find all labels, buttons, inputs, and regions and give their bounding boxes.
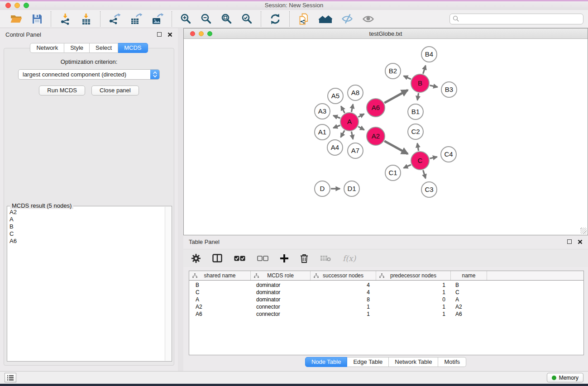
column-header-mcds-role[interactable]: MCDS role <box>251 271 311 280</box>
column-label: shared name <box>204 272 235 279</box>
mcds-result-item[interactable]: A <box>10 216 163 223</box>
tab-select[interactable]: Select <box>90 43 118 53</box>
add-column-button[interactable] <box>280 254 288 262</box>
search-field[interactable] <box>449 14 583 24</box>
column-label: successor nodes <box>323 272 363 279</box>
zoom-in-button[interactable] <box>177 12 194 25</box>
network-window-title: testGlobe.txt <box>184 30 588 37</box>
window-resize-grip-icon[interactable] <box>580 228 587 234</box>
memory-button[interactable]: Memory <box>547 373 583 382</box>
save-session-button[interactable] <box>29 13 45 25</box>
export-table-button[interactable] <box>127 12 145 26</box>
graph-edge-B-B4[interactable] <box>423 66 426 74</box>
table-cell: 1 <box>376 282 451 288</box>
checked-boxes-icon <box>234 256 245 261</box>
close-panel-button[interactable]: Close panel <box>91 86 139 95</box>
table-cell: A6 <box>451 311 487 317</box>
zoom-out-button[interactable] <box>198 12 215 25</box>
table-row[interactable]: A2connector11A2 <box>189 303 583 310</box>
import-table-button[interactable] <box>77 12 95 26</box>
search-input[interactable] <box>459 16 580 22</box>
table-cell: B <box>189 282 251 288</box>
table-settings-button[interactable] <box>191 254 201 263</box>
graph-edge-A-A5[interactable] <box>341 106 344 113</box>
mcds-result-item[interactable]: A2 <box>10 209 163 216</box>
graph-edge-C-C4[interactable] <box>430 157 437 159</box>
zoom-out-icon <box>201 13 212 24</box>
network-canvas[interactable]: B4B2BB3A5A8A6A3B1AA1C2A2A4A7CC4C1C3DD1 <box>184 39 588 235</box>
attribute-tree-icon <box>379 273 384 278</box>
table-cell: 8 <box>311 296 376 303</box>
run-mcds-button[interactable]: Run MCDS <box>39 86 85 95</box>
float-table-panel-icon[interactable] <box>567 239 572 244</box>
delete-column-button[interactable] <box>300 254 308 263</box>
duplicate-network-button[interactable] <box>295 12 312 26</box>
graph-edge-B-B2[interactable] <box>404 76 411 79</box>
table-row[interactable]: A6connector11A6 <box>189 310 583 318</box>
zoom-selected-button[interactable] <box>239 12 255 25</box>
table-row[interactable]: Bdominator41B <box>189 281 583 289</box>
control-panel-header: Control Panel <box>0 28 178 41</box>
close-panel-icon[interactable] <box>167 32 172 37</box>
export-network-button[interactable] <box>106 12 124 26</box>
float-panel-icon[interactable] <box>157 32 162 37</box>
home-views-button[interactable] <box>316 13 335 25</box>
graph-edge-C-C1[interactable] <box>404 165 411 168</box>
tab-node-table[interactable]: Node Table <box>305 357 348 367</box>
panel-divider[interactable] <box>178 28 183 371</box>
function-builder-button[interactable]: f(x) <box>343 254 356 263</box>
zoom-fit-button[interactable] <box>218 12 235 25</box>
app-titlebar: Session: New Session <box>0 0 588 10</box>
optimization-criterion-label: Optimization criterion: <box>4 58 174 65</box>
import-network-button[interactable] <box>57 12 74 26</box>
mcds-result-item[interactable]: A6 <box>10 238 163 245</box>
task-history-button[interactable] <box>5 373 16 382</box>
open-session-button[interactable] <box>7 12 25 25</box>
split-view-button[interactable] <box>212 254 222 262</box>
close-table-panel-icon[interactable] <box>578 239 583 244</box>
delete-table-button[interactable] <box>320 255 331 262</box>
criterion-dropdown[interactable]: largest connected component (directed) <box>18 69 160 80</box>
select-all-button[interactable] <box>234 256 245 261</box>
tab-motifs[interactable]: Motifs <box>438 357 466 367</box>
export-image-button[interactable] <box>148 12 166 26</box>
network-window-titlebar[interactable]: testGlobe.txt <box>184 29 588 39</box>
column-header-shared-name[interactable]: shared name <box>189 271 251 280</box>
graph-edge-A-A4[interactable] <box>341 130 345 137</box>
mcds-tab-content: Optimization criterion: largest connecte… <box>4 48 174 366</box>
tab-network[interactable]: Network <box>30 43 64 53</box>
table-cell: 0 <box>376 296 451 303</box>
graph-node-label: D1 <box>347 185 356 192</box>
mcds-result-item[interactable]: B <box>10 223 163 230</box>
graph-edge-A2-C[interactable] <box>384 141 408 154</box>
graph-edge-A6-B[interactable] <box>384 90 408 103</box>
deselect-all-button[interactable] <box>257 256 268 261</box>
column-header-successor-nodes[interactable]: successor nodes <box>311 271 376 280</box>
graph-edge-A-A8[interactable] <box>351 105 353 112</box>
tab-edge-table[interactable]: Edge Table <box>347 357 389 367</box>
table-cell: A <box>451 296 487 303</box>
table-cell: C <box>451 289 487 295</box>
graph-edge-A-A7[interactable] <box>351 132 353 139</box>
graph-edge-A-A3[interactable] <box>333 115 340 118</box>
column-header-predecessor-nodes[interactable]: predecessor nodes <box>376 271 451 280</box>
graph-edge-A-A6[interactable] <box>358 114 364 117</box>
graph-node-label: A8 <box>351 89 359 96</box>
mcds-result-scrollbar[interactable] <box>165 207 171 361</box>
refresh-view-button[interactable] <box>267 12 284 26</box>
graph-edge-C-C3[interactable] <box>423 170 426 178</box>
table-row[interactable]: Adominator80A <box>189 296 583 303</box>
column-header-name[interactable]: name <box>451 271 487 280</box>
mcds-result-item[interactable]: C <box>10 230 163 238</box>
graph-edge-B-B1[interactable] <box>417 93 419 100</box>
graph-edge-C-C2[interactable] <box>417 143 419 151</box>
graph-edge-A-A2[interactable] <box>358 127 364 130</box>
tab-mcds[interactable]: MCDS <box>118 43 148 53</box>
table-row[interactable]: Cdominator41C <box>189 289 583 296</box>
hide-selected-button[interactable] <box>339 12 356 25</box>
graph-edge-A-A1[interactable] <box>333 125 340 128</box>
graph-edge-B-B3[interactable] <box>430 86 438 87</box>
tab-style[interactable]: Style <box>64 43 90 53</box>
show-all-button[interactable] <box>359 13 377 25</box>
tab-network-table[interactable]: Network Table <box>389 357 438 367</box>
